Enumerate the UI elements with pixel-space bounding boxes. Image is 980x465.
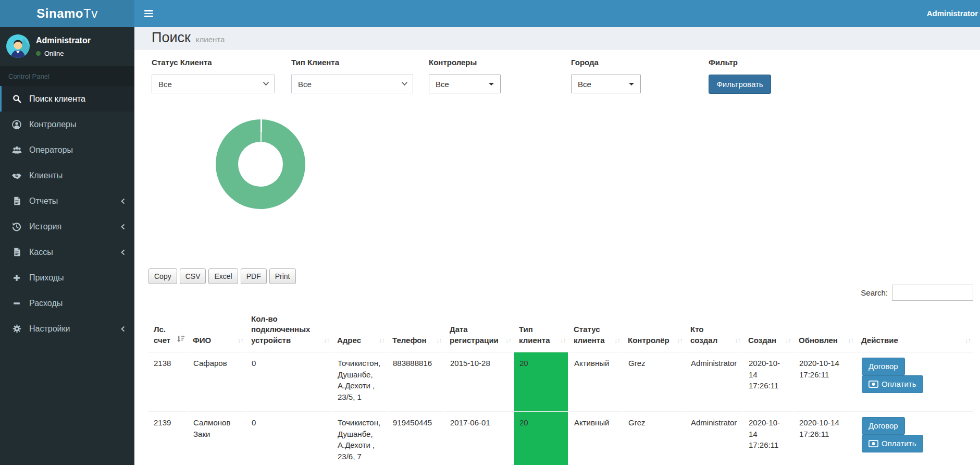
filter-label: Контролеры <box>429 57 501 67</box>
sidebar-item-prikhody[interactable]: Приходы <box>0 265 134 290</box>
plus-icon <box>10 274 23 282</box>
sort-icon: ↓↑ <box>238 336 243 345</box>
cell-updated: 2020-10-14 17:26:11 <box>793 411 856 465</box>
navbar-body: Administrator <box>134 0 980 27</box>
pay-button[interactable]: Оплатить <box>862 375 923 393</box>
filter-block-filtr: Фильтр Фильтровать <box>709 57 771 94</box>
sort-icon: ↓↑ <box>848 336 853 345</box>
chevron-left-icon <box>120 198 126 205</box>
page-header: Поиск клиента <box>134 27 980 50</box>
column-header-reg_date[interactable]: Дата регистрации↓↑ <box>444 309 514 352</box>
column-header-updated[interactable]: Обновлен↓↑ <box>793 309 856 352</box>
page-subtitle: клиента <box>196 35 225 44</box>
column-header-label: Телефон <box>392 336 427 345</box>
column-header-label: Обновлен <box>799 336 838 345</box>
cell-controller: Grez <box>623 411 685 465</box>
column-header-label: Кто создал <box>690 325 717 344</box>
cell-client_type: 20 <box>514 411 568 465</box>
sort-icon: ↓↑ <box>614 336 620 345</box>
sort-icon: ↓↑ <box>436 336 442 345</box>
sidebar-menu: Поиск клиентаКонтролерыОператорыКлиентыО… <box>0 86 134 341</box>
export-pdf-button[interactable]: PDF <box>241 268 267 284</box>
column-header-devices[interactable]: Кол-во подключенных устройств↓↑ <box>246 309 332 352</box>
cell-status: Активный <box>568 352 623 411</box>
sidebar-item-kassy[interactable]: Кассы <box>0 239 134 265</box>
cell-address: Точикистон, Душанбе, А.Дехоти , 23/5, 1 <box>332 352 387 411</box>
export-print-button[interactable]: Print <box>269 268 296 284</box>
filter-dropdown-goroda[interactable]: Все <box>571 75 641 93</box>
cell-devices: 0 <box>246 411 332 465</box>
column-header-actions[interactable]: Действие↓↑ <box>856 309 973 352</box>
sidebar-toggle-button[interactable] <box>134 0 163 27</box>
sidebar-item-label: Приходы <box>29 273 134 283</box>
pay-button[interactable]: Оплатить <box>862 435 923 452</box>
navbar-user-menu[interactable]: Administrator <box>927 0 980 27</box>
cell-actions: ДоговорОплатить <box>856 411 973 465</box>
export-excel-button[interactable]: Excel <box>208 268 238 284</box>
filter-select-status-klienta[interactable]: Все <box>152 75 275 93</box>
table-body: 2138Сафаров0Точикистон, Душанбе, А.Дехот… <box>148 352 973 465</box>
column-header-created_by[interactable]: Кто создал↓↑ <box>685 309 743 352</box>
sidebar-item-label: Настройки <box>29 324 120 334</box>
cell-address: Точикистон, Душанбе, А.Дехоти , 23/6, 7 <box>332 411 387 465</box>
export-copy-button[interactable]: Copy <box>148 268 177 284</box>
contract-button[interactable]: Договор <box>862 417 905 435</box>
sidebar-item-klienty[interactable]: Клиенты <box>0 163 134 188</box>
column-header-client_type[interactable]: Тип клиента↓↑ <box>514 309 568 352</box>
search-icon <box>10 94 23 103</box>
column-header-label: Кол-во подключенных устройств <box>251 314 310 345</box>
chevron-left-icon <box>120 325 126 333</box>
gear-icon <box>10 324 23 333</box>
table-row: 2138Сафаров0Точикистон, Душанбе, А.Дехот… <box>148 352 973 411</box>
sort-icon: ↓↑ <box>324 336 329 345</box>
chevron-left-icon <box>120 223 126 230</box>
column-header-created[interactable]: Создан↓↑ <box>743 309 793 352</box>
filter-label: Статус Клиента <box>152 57 275 67</box>
sort-icon: ↓↑ <box>505 336 511 345</box>
user-avatar[interactable] <box>6 34 30 58</box>
sort-icon: ↓↑ <box>560 336 566 345</box>
column-header-phone[interactable]: Телефон↓↑ <box>387 309 444 352</box>
banknote-icon <box>869 381 878 388</box>
sidebar-item-otchety[interactable]: Отчеты <box>0 188 134 214</box>
column-header-label: Контролёр <box>628 336 669 345</box>
cell-name: Салмонов Заки <box>188 411 246 465</box>
user-circle-icon <box>10 120 23 129</box>
content-panel: Статус Клиента Все Тип Клиента Все Контр… <box>134 50 980 465</box>
cell-actions: ДоговорОплатить <box>856 352 973 411</box>
caret-down-icon <box>489 83 494 85</box>
column-header-controller[interactable]: Контролёр↓↑ <box>623 309 685 352</box>
clients-table: Лс. счетФИО↓↑Кол-во подключенных устройс… <box>148 309 973 465</box>
filter-block-status-klienta: Статус Клиента Все <box>152 57 275 93</box>
sidebar-item-istoriya[interactable]: История <box>0 214 134 239</box>
sidebar-item-poisk-klienta[interactable]: Поиск клиента <box>0 86 134 112</box>
column-header-label: Тип клиента <box>519 325 550 344</box>
file-text-icon <box>10 248 23 256</box>
sidebar-item-nastroyki[interactable]: Настройки <box>0 316 134 341</box>
cell-status: Активный <box>568 411 623 465</box>
column-header-status[interactable]: Статус клиента↓↑ <box>568 309 623 352</box>
column-header-label: Создан <box>748 336 776 345</box>
sidebar: Administrator Online Control Panel Поиск… <box>0 27 134 465</box>
cell-controller: Grez <box>623 352 685 411</box>
sidebar-item-operatory[interactable]: Операторы <box>0 137 134 163</box>
contract-button[interactable]: Договор <box>862 358 905 375</box>
cell-created: 2020-10-14 17:26:11 <box>743 411 793 465</box>
table-search-input[interactable] <box>892 285 973 301</box>
sidebar-user-status[interactable]: Online <box>36 50 91 57</box>
sidebar-item-raskhody[interactable]: Расходы <box>0 290 134 316</box>
export-buttons-row: CopyCSVExcelPDFPrint <box>148 268 299 284</box>
export-csv-button[interactable]: CSV <box>180 268 206 284</box>
filter-label: Тип Клиента <box>291 57 413 67</box>
column-header-name[interactable]: ФИО↓↑ <box>188 309 246 352</box>
column-header-address[interactable]: Адрес↓↑ <box>332 309 387 352</box>
sidebar-item-kontrolery[interactable]: Контролеры <box>0 112 134 137</box>
online-status-dot <box>36 51 41 56</box>
filter-apply-button[interactable]: Фильтровать <box>709 75 771 94</box>
brand-name-bold: Sinamo <box>36 6 83 21</box>
brand-logo[interactable]: SinamoTv <box>0 0 134 27</box>
table-row: 2139Салмонов Заки0Точикистон, Душанбе, А… <box>148 411 973 465</box>
filter-select-tip-klienta[interactable]: Все <box>291 75 413 93</box>
filter-dropdown-kontrolery[interactable]: Все <box>429 75 501 93</box>
column-header-account[interactable]: Лс. счет <box>148 309 188 352</box>
